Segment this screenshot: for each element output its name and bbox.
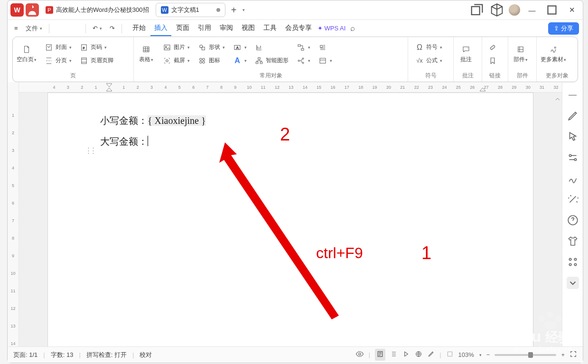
mindmap-button[interactable]: ▾ [293, 55, 313, 67]
maximize-button[interactable] [544, 3, 560, 17]
textbox-icon: A [233, 43, 242, 52]
print-icon[interactable] [68, 27, 74, 30]
page-number-button[interactable]: #页码▾ [76, 41, 116, 54]
table-button[interactable]: 表格▾ [134, 37, 159, 71]
document-page[interactable]: ⋮⋮ 小写金额：{ Xiaoxiejine } 大写金额： [47, 93, 533, 346]
document-tab-2[interactable]: W 文字文稿1 [156, 3, 225, 17]
header-footer-button[interactable]: 页眉页脚 [76, 55, 116, 67]
svg-rect-11 [143, 47, 149, 52]
undo-icon[interactable]: ↶▾ [90, 23, 105, 34]
document-tab-1[interactable]: P 高效能人士的Word办公秘技300招 [41, 3, 154, 17]
view-pen-icon[interactable] [427, 350, 435, 359]
tab-list-dropdown-icon[interactable]: ▾ [243, 8, 245, 12]
main-menu: 开始 插入 页面 引用 审阅 视图 工具 会员专享 [129, 21, 316, 36]
share-button[interactable]: ⇪ 分享 [548, 22, 579, 35]
dropcap-button[interactable] [315, 41, 335, 54]
screenshot-button[interactable]: 截屏▾ [159, 55, 193, 67]
rail-cursor-icon[interactable] [567, 131, 579, 143]
view-page-icon[interactable] [375, 349, 385, 361]
wps-logo-icon[interactable]: W [10, 3, 24, 17]
rail-magic-icon[interactable] [567, 193, 579, 205]
rail-grid-icon[interactable] [567, 256, 579, 268]
more-materials-button[interactable]: 更多素材▾ [537, 37, 570, 71]
menu-toggle-icon[interactable]: ≡ [11, 23, 21, 34]
zoom-in-button[interactable]: + [561, 351, 565, 358]
svg-rect-10 [82, 58, 87, 64]
flowchart-icon [296, 43, 306, 52]
view-outline-icon[interactable] [390, 350, 398, 359]
export-icon[interactable] [61, 27, 66, 30]
status-proof[interactable]: 校对 [140, 351, 152, 359]
indent-marker-left-icon[interactable] [106, 83, 112, 92]
close-button[interactable]: ✕ [564, 3, 580, 17]
blank-page-button[interactable]: 空白页▾ [13, 37, 40, 71]
screenshot-icon [162, 56, 172, 65]
menu-insert[interactable]: 插入 [150, 21, 171, 36]
chart-button[interactable] [252, 41, 291, 54]
minimize-button[interactable]: — [524, 3, 540, 17]
menu-tools[interactable]: 工具 [260, 21, 280, 36]
svg-point-18 [203, 58, 205, 60]
wps-home-icon[interactable] [26, 3, 39, 17]
zoom-slider[interactable] [495, 354, 556, 356]
smartart-icon [254, 56, 264, 65]
bookmark-button[interactable] [485, 55, 500, 67]
symbol-button[interactable]: Ω符号▾ [412, 41, 445, 54]
wps-ai-button[interactable]: ✦ WPS AI [317, 25, 346, 32]
menu-page[interactable]: 页面 [172, 21, 193, 36]
menu-start[interactable]: 开始 [129, 21, 149, 36]
cloud-sync-icon[interactable] [539, 27, 544, 30]
menu-reference[interactable]: 引用 [194, 21, 215, 36]
hyperlink-button[interactable] [485, 41, 500, 54]
view-web-icon[interactable] [415, 350, 422, 359]
rail-relax-icon[interactable] [567, 172, 579, 185]
status-wordcount[interactable]: 字数: 13 [51, 351, 74, 359]
save-icon[interactable] [53, 27, 59, 30]
rail-pen-icon[interactable] [567, 110, 579, 122]
equation-button[interactable]: √x公式▾ [412, 55, 445, 67]
rail-settings-icon[interactable] [567, 151, 579, 164]
fullscreen-icon[interactable] [569, 350, 577, 359]
rail-shirt-icon[interactable] [567, 235, 579, 247]
new-tab-button[interactable]: + [227, 5, 241, 16]
icons-button[interactable]: 图标 [195, 55, 228, 67]
comment-button[interactable]: 批注 [454, 37, 478, 71]
file-menu[interactable]: 文件▾ [23, 22, 45, 35]
indent-marker-right-icon[interactable] [479, 83, 486, 92]
page-break-button[interactable]: 分页▾ [41, 55, 75, 67]
view-read-icon[interactable] [402, 350, 410, 359]
vertical-ruler: 12345678910111213141516 [8, 82, 19, 346]
menu-view[interactable]: 视图 [238, 21, 259, 36]
redo-icon[interactable]: ↷ [107, 23, 118, 34]
avatar[interactable] [509, 4, 520, 16]
zoom-value[interactable]: 103% [458, 351, 474, 358]
print-preview-icon[interactable] [76, 27, 82, 30]
eye-icon[interactable] [355, 350, 364, 360]
link-icon [488, 43, 497, 52]
smartart-button[interactable]: 智能图形 [252, 55, 291, 67]
zoom-out-button[interactable]: − [486, 351, 490, 358]
menu-review[interactable]: 审阅 [216, 21, 237, 36]
doc-line-1: 小写金额：{ Xiaoxiejine } [100, 110, 481, 131]
scroll-up-icon[interactable] [555, 95, 560, 101]
cover-button[interactable]: 封面▾ [41, 41, 75, 54]
rail-expand-icon[interactable] [567, 277, 579, 289]
cube-icon[interactable] [489, 3, 505, 17]
object-button[interactable]: ▾ [315, 55, 335, 67]
svg-point-20 [203, 61, 205, 63]
fit-icon[interactable] [446, 350, 454, 359]
picture-button[interactable]: 图片▾ [159, 41, 193, 54]
status-spellcheck[interactable]: 拼写检查: 打开 [86, 351, 127, 359]
rail-minus-icon[interactable]: — [567, 89, 579, 101]
menu-member[interactable]: 会员专享 [281, 21, 316, 36]
paragraph-anchor-icon[interactable]: ⋮⋮ [85, 143, 94, 159]
shapes-button[interactable]: 形状▾ [195, 41, 228, 54]
textbox-button[interactable]: A▾ [230, 41, 250, 54]
multiwin-icon[interactable] [469, 3, 485, 17]
status-page[interactable]: 页面: 1/1 [13, 351, 37, 359]
rail-help-icon[interactable] [567, 214, 579, 226]
search-icon[interactable]: ⌕ [347, 22, 358, 35]
wordart-button[interactable]: A▾ [230, 55, 250, 67]
flowchart-button[interactable]: ▾ [293, 41, 313, 54]
parts-button[interactable]: 部件▾ [508, 37, 533, 71]
